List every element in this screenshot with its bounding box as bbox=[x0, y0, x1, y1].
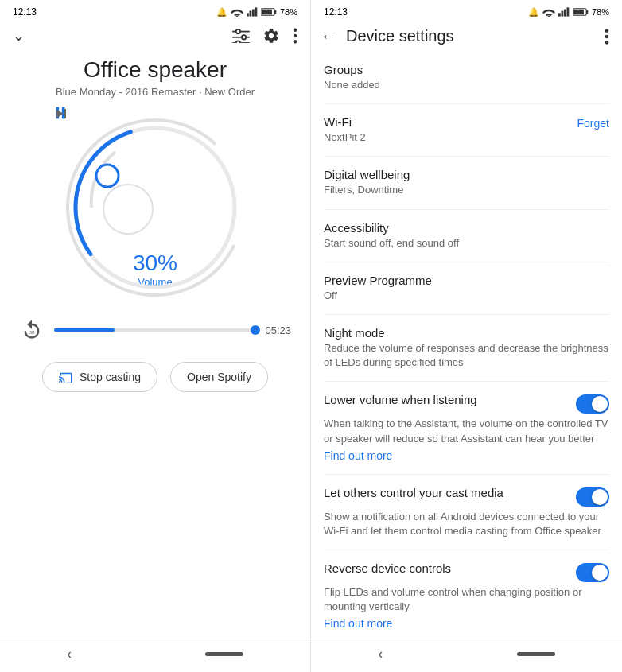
setting-groups[interactable]: Groups None added bbox=[324, 52, 609, 104]
svg-rect-26 bbox=[566, 7, 569, 16]
signal-icon bbox=[247, 7, 258, 17]
setting-night-title: Night mode bbox=[324, 326, 609, 340]
setting-reverse-text: Reverse device controls bbox=[324, 561, 566, 577]
let-others-toggle-knob bbox=[592, 489, 608, 505]
setting-let-others-text: Let others control your cast media bbox=[324, 486, 566, 501]
svg-rect-0 bbox=[247, 13, 249, 16]
setting-wifi-title: Wi-Fi bbox=[324, 115, 366, 129]
progress-fill bbox=[54, 328, 115, 332]
let-others-toggle[interactable] bbox=[576, 487, 609, 507]
setting-accessibility[interactable]: Accessibility Start sound off, end sound… bbox=[324, 210, 609, 262]
right-battery-text: 78% bbox=[592, 7, 609, 17]
setting-wifi[interactable]: Wi-Fi NextPit 2 Forget bbox=[324, 104, 609, 157]
right-top-bar: ← Device settings bbox=[311, 21, 622, 52]
left-nav-back[interactable]: ‹ bbox=[67, 646, 72, 662]
right-nav-bar: ‹ bbox=[311, 639, 622, 672]
volume-arc-svg bbox=[52, 104, 259, 311]
svg-point-30 bbox=[605, 29, 609, 33]
svg-rect-5 bbox=[274, 10, 276, 14]
setting-groups-sub: None added bbox=[324, 78, 609, 92]
setting-reverse-controls[interactable]: Reverse device controls Flip LEDs and vo… bbox=[324, 550, 609, 639]
left-panel: 12:13 🔔 78% ⌄ bbox=[0, 0, 311, 672]
svg-rect-25 bbox=[564, 10, 566, 17]
right-wifi-icon bbox=[542, 7, 555, 17]
setting-reverse-sub: Flip LEDs and volume control when changi… bbox=[324, 585, 609, 614]
right-page-title: Device settings bbox=[346, 27, 595, 45]
left-status-bar: 12:13 🔔 78% bbox=[0, 0, 310, 21]
reverse-toggle[interactable] bbox=[576, 563, 609, 582]
settings-sliders-icon[interactable] bbox=[232, 29, 250, 43]
skip-next-icon bbox=[52, 104, 71, 123]
gear-icon[interactable] bbox=[262, 27, 280, 45]
volume-circle: 30% Volume bbox=[52, 104, 259, 311]
svg-point-32 bbox=[605, 41, 609, 45]
setting-let-others-row: Let others control your cast media bbox=[324, 486, 609, 507]
setting-lower-volume-title: Lower volume when listening bbox=[324, 393, 560, 406]
setting-night-mode[interactable]: Night mode Reduce the volume of response… bbox=[324, 315, 609, 382]
setting-wellbeing-sub: Filters, Downtime bbox=[324, 183, 609, 197]
setting-accessibility-title: Accessibility bbox=[324, 221, 609, 235]
right-nav-pill bbox=[517, 652, 555, 656]
right-vibrate-icon: 🔔 bbox=[528, 7, 539, 17]
svg-rect-2 bbox=[252, 10, 255, 17]
replay-30-button[interactable]: 30 bbox=[19, 317, 45, 343]
progress-dot bbox=[251, 325, 260, 335]
time-elapsed: 05:23 bbox=[265, 324, 291, 336]
svg-point-31 bbox=[605, 34, 609, 38]
setting-accessibility-sub: Start sound off, end sound off bbox=[324, 236, 609, 251]
back-arrow-icon[interactable]: ← bbox=[321, 27, 336, 45]
chevron-down-icon[interactable]: ⌄ bbox=[13, 27, 25, 45]
open-spotify-label: Open Spotify bbox=[187, 371, 251, 383]
setting-groups-title: Groups bbox=[324, 63, 609, 76]
left-battery-text: 78% bbox=[280, 7, 297, 17]
setting-night-sub: Reduce the volume of responses and decre… bbox=[324, 341, 609, 370]
reverse-toggle-knob bbox=[592, 565, 608, 581]
lower-volume-find-out-more[interactable]: Find out more bbox=[324, 446, 392, 462]
right-status-icons: 🔔 78% bbox=[528, 7, 609, 17]
replay-30-icon: 30 bbox=[21, 319, 43, 341]
setting-wifi-sub: NextPit 2 bbox=[324, 130, 366, 145]
left-top-bar: ⌄ bbox=[0, 21, 310, 51]
stop-casting-button[interactable]: Stop casting bbox=[42, 362, 157, 392]
svg-rect-23 bbox=[558, 13, 561, 16]
svg-point-12 bbox=[236, 41, 240, 43]
battery-icon bbox=[261, 7, 277, 17]
svg-rect-1 bbox=[249, 11, 251, 17]
setting-preview-sub: Off bbox=[324, 289, 609, 303]
setting-wifi-row: Wi-Fi NextPit 2 Forget bbox=[324, 115, 609, 145]
setting-reverse-row: Reverse device controls bbox=[324, 561, 609, 582]
svg-point-8 bbox=[236, 29, 240, 33]
svg-point-19 bbox=[96, 165, 119, 187]
open-spotify-button[interactable]: Open Spotify bbox=[170, 362, 268, 392]
setting-preview-programme[interactable]: Preview Programme Off bbox=[324, 262, 609, 315]
more-vert-icon-right[interactable] bbox=[605, 28, 609, 45]
svg-rect-6 bbox=[262, 10, 272, 14]
left-status-icons: 🔔 78% bbox=[216, 7, 297, 17]
wifi-icon bbox=[231, 7, 243, 17]
setting-digital-wellbeing[interactable]: Digital wellbeing Filters, Downtime bbox=[324, 157, 609, 209]
settings-list: Groups None added Wi-Fi NextPit 2 Forget… bbox=[311, 52, 622, 639]
setting-let-others-control[interactable]: Let others control your cast media Show … bbox=[324, 475, 609, 550]
setting-lower-volume-text: Lower volume when listening bbox=[324, 393, 566, 408]
setting-lower-volume[interactable]: Lower volume when listening When talking… bbox=[324, 382, 609, 474]
setting-preview-title: Preview Programme bbox=[324, 274, 609, 287]
bottom-buttons: Stop casting Open Spotify bbox=[0, 349, 310, 405]
right-nav-back[interactable]: ‹ bbox=[378, 646, 383, 662]
wifi-forget-button[interactable]: Forget bbox=[577, 115, 609, 130]
reverse-find-out-more[interactable]: Find out more bbox=[324, 614, 392, 630]
progress-section: 30 05:23 bbox=[0, 311, 310, 349]
left-time: 12:13 bbox=[13, 6, 37, 17]
progress-bar[interactable] bbox=[54, 328, 255, 332]
right-time: 12:13 bbox=[324, 6, 348, 17]
device-title: Office speaker bbox=[0, 51, 310, 86]
setting-lower-volume-sub: When talking to the Assistant, the volum… bbox=[324, 417, 609, 445]
right-status-bar: 12:13 🔔 78% bbox=[311, 0, 622, 21]
svg-point-15 bbox=[294, 40, 297, 44]
svg-rect-28 bbox=[586, 10, 588, 14]
stop-casting-label: Stop casting bbox=[80, 371, 141, 383]
svg-point-13 bbox=[294, 28, 297, 32]
svg-text:30: 30 bbox=[29, 329, 36, 336]
more-vert-icon-left[interactable] bbox=[293, 27, 297, 45]
setting-reverse-title: Reverse device controls bbox=[324, 561, 560, 575]
lower-volume-toggle[interactable] bbox=[576, 394, 609, 414]
